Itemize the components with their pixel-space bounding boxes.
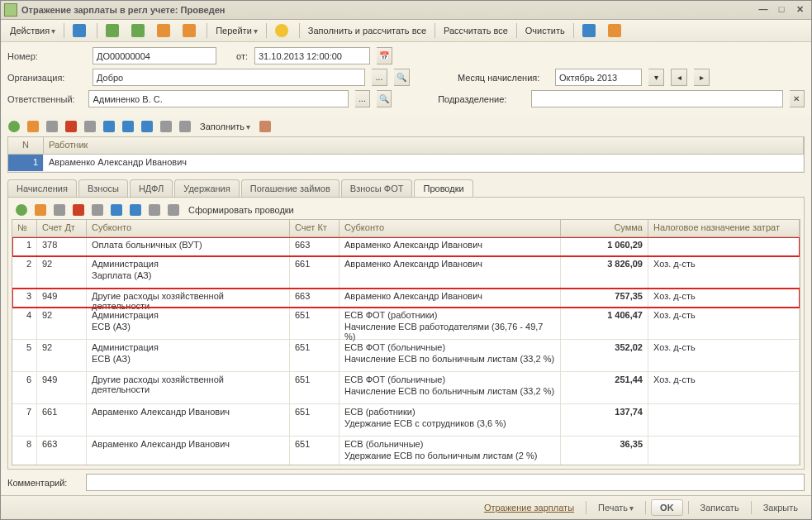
month-label: Месяц начисления:	[458, 73, 548, 83]
posting-row[interactable]: 8663Авраменко Александр Иванович651ЕСВ (…	[12, 437, 800, 465]
print-button[interactable]: Печать▾	[591, 500, 640, 515]
tb-icon-3[interactable]	[153, 22, 177, 39]
tb2-icon-6[interactable]	[101, 118, 117, 135]
window-title: Отражение зарплаты в регл учете: Проведе…	[21, 5, 753, 15]
reflect-link[interactable]: Отражение зарплаты	[477, 500, 581, 515]
save-icon[interactable]	[69, 22, 93, 39]
tb-icon-1[interactable]	[102, 22, 126, 39]
edit-icon[interactable]	[44, 118, 60, 135]
g2-sort-asc-icon[interactable]	[146, 202, 163, 218]
tab-3[interactable]: Удержания	[174, 179, 239, 197]
tab-2[interactable]: НДФЛ	[130, 179, 173, 197]
org-select-button[interactable]: ...	[372, 69, 387, 86]
resp-search-icon[interactable]: 🔍	[377, 90, 392, 107]
col2-sub2[interactable]: Субконто	[340, 220, 561, 236]
org-input[interactable]: Добро	[93, 69, 365, 86]
org-search-icon[interactable]: 🔍	[394, 69, 410, 86]
tab-0[interactable]: Начисления	[7, 179, 77, 197]
close-button[interactable]: ✕	[791, 3, 808, 17]
tab-1[interactable]: Взносы	[78, 179, 128, 197]
person-icon[interactable]	[257, 118, 273, 135]
close-button-footer[interactable]: Закрыть	[757, 500, 805, 515]
col2-kt[interactable]: Счет Кт	[290, 220, 340, 236]
actions-menu[interactable]: Действия▾	[6, 22, 59, 39]
g2-down-icon[interactable]	[127, 202, 144, 218]
date-input[interactable]: 31.10.2013 12:00:00	[254, 47, 370, 64]
tb-icon-6[interactable]	[604, 22, 628, 39]
resp-input[interactable]: Админенко В. С.	[88, 90, 349, 107]
g2-up-icon[interactable]	[108, 202, 125, 218]
up-icon[interactable]	[120, 118, 136, 135]
tab-6[interactable]: Проводки	[414, 179, 472, 198]
grid2-toolbar: Сформировать проводки	[12, 201, 800, 219]
save-button[interactable]: Записать	[694, 500, 746, 515]
org-label: Организация:	[7, 73, 86, 83]
workers-grid: N Работник 1Авраменко Александр Иванович	[7, 136, 805, 173]
app-icon	[4, 3, 17, 17]
postings-grid: № Счет Дт Субконто Счет Кт Субконто Сумм…	[12, 219, 800, 465]
comment-input[interactable]	[86, 474, 805, 491]
g2-add-icon[interactable]	[13, 202, 30, 218]
col-worker[interactable]: Работник	[44, 137, 804, 154]
col2-sum[interactable]: Сумма	[561, 220, 648, 236]
posting-row[interactable]: 6949Другие расходы хозяйственной деятель…	[12, 372, 800, 404]
number-input[interactable]: ДО00000004	[93, 47, 216, 64]
tb-icon-4[interactable]	[178, 22, 202, 39]
calendar-icon[interactable]: 📅	[377, 47, 392, 64]
tab-4[interactable]: Погашение займов	[241, 179, 340, 197]
worker-row[interactable]: 1Авраменко Александр Иванович	[8, 155, 804, 172]
tb-icon-2[interactable]	[127, 22, 151, 39]
help-icon[interactable]	[271, 22, 295, 39]
g2-edit-icon[interactable]	[51, 202, 68, 218]
maximize-button[interactable]: □	[773, 3, 790, 17]
tb-icon-5[interactable]	[578, 22, 602, 39]
posting-row[interactable]: 3949Другие расходы хозяйственной деятель…	[12, 289, 800, 308]
form-postings-button[interactable]: Сформировать проводки	[184, 202, 298, 218]
sort-desc-icon[interactable]	[177, 118, 193, 135]
month-next-icon[interactable]: ▸	[694, 69, 710, 86]
ok-button[interactable]: OK	[651, 499, 683, 516]
col2-n[interactable]: №	[12, 220, 37, 236]
posting-row[interactable]: 592АдминистрацияЕСВ (АЗ)651ЕСВ ФОТ (боль…	[12, 340, 800, 372]
statusbar: Отражение зарплаты Печать▾ OK Записать З…	[1, 495, 811, 519]
posting-row[interactable]: 7661Авраменко Александр Иванович651ЕСВ (…	[12, 404, 800, 437]
col2-sub1[interactable]: Субконто	[87, 220, 290, 236]
add-icon[interactable]	[6, 118, 22, 135]
delete-icon[interactable]	[63, 118, 79, 135]
month-input[interactable]: Октябрь 2013	[555, 69, 642, 86]
posting-row[interactable]: 1378Оплата больничных (ВУТ)663Авраменко …	[12, 237, 800, 256]
fill-calc-button[interactable]: Заполнить и рассчитать все	[304, 22, 430, 39]
g2-delete-icon[interactable]	[70, 202, 87, 218]
col-n[interactable]: N	[8, 137, 44, 154]
month-prev-icon[interactable]: ◂	[671, 69, 687, 86]
main-toolbar: Действия▾ Перейти▾ Заполнить и рассчитат…	[1, 20, 811, 42]
down-icon[interactable]	[139, 118, 155, 135]
resp-select-button[interactable]: ...	[355, 90, 370, 107]
form-area: Номер: ДО00000004 от: 31.10.2013 12:00:0…	[1, 42, 811, 117]
grid1-toolbar: Заполнить▾	[1, 117, 811, 136]
g2-icon-5[interactable]	[89, 202, 106, 218]
tab-5[interactable]: Взносы ФОТ	[341, 179, 413, 197]
posting-row[interactable]: 492АдминистрацияЕСВ (АЗ)651ЕСВ ФОТ (рабо…	[12, 308, 800, 340]
goto-menu[interactable]: Перейти▾	[211, 22, 262, 39]
resp-label: Ответственный:	[7, 94, 82, 104]
g2-copy-icon[interactable]	[32, 202, 49, 218]
from-label: от:	[223, 51, 248, 61]
fill-menu[interactable]: Заполнить▾	[196, 118, 254, 135]
div-clear-icon[interactable]: ✕	[790, 90, 805, 107]
tb2-icon-5[interactable]	[82, 118, 98, 135]
div-label: Подразделение:	[438, 94, 525, 104]
minimize-button[interactable]: —	[755, 3, 772, 17]
copy-icon[interactable]	[25, 118, 41, 135]
titlebar: Отражение зарплаты в регл учете: Проведе…	[1, 1, 811, 20]
div-input[interactable]	[531, 90, 783, 107]
posting-row[interactable]: 292АдминистрацияЗарплата (АЗ)661Авраменк…	[12, 256, 800, 289]
tab-panel: Сформировать проводки № Счет Дт Субконто…	[7, 197, 805, 470]
col2-tax[interactable]: Налоговое назначение затрат	[648, 220, 800, 236]
month-dropdown-icon[interactable]: ▾	[648, 69, 664, 86]
sort-asc-icon[interactable]	[158, 118, 174, 135]
calc-button[interactable]: Рассчитать все	[439, 22, 512, 39]
g2-sort-desc-icon[interactable]	[165, 202, 182, 218]
clear-button[interactable]: Очистить	[521, 22, 569, 39]
col2-dt[interactable]: Счет Дт	[37, 220, 87, 236]
